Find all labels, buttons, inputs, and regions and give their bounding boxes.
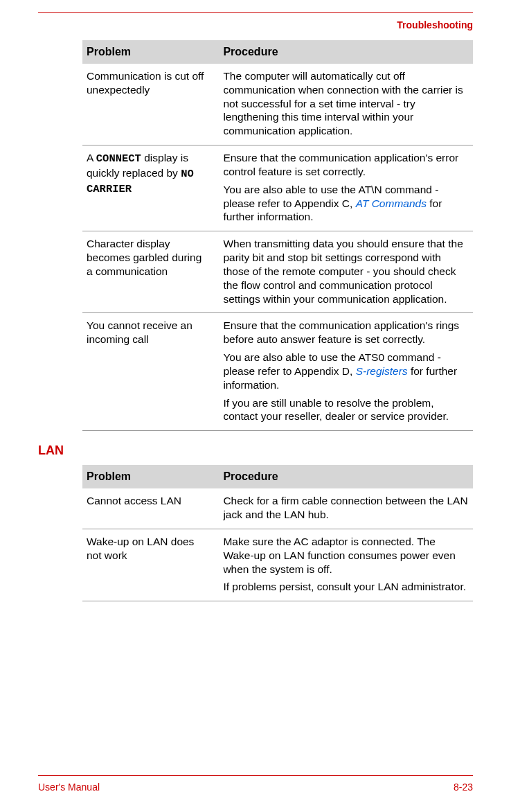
table1-head-procedure: Procedure <box>219 40 473 64</box>
table-row: Communication is cut off unexpectedlyThe… <box>82 64 473 145</box>
footer-right: 8-23 <box>454 782 473 793</box>
problem-cell: Communication is cut off unexpectedly <box>82 64 219 145</box>
procedure-cell: Ensure that the communication applicatio… <box>219 145 473 231</box>
procedure-paragraph: Ensure that the communication applicatio… <box>223 319 469 346</box>
procedure-cell: Ensure that the communication applicatio… <box>219 313 473 431</box>
text: Ensure that the communication applicatio… <box>223 152 458 177</box>
procedure-paragraph: You are also able to use the ATS0 comman… <box>223 351 469 391</box>
footer-rule <box>38 775 473 776</box>
text: Wake-up on LAN does not work <box>87 536 194 561</box>
procedure-paragraph: Ensure that the communication applicatio… <box>223 151 469 179</box>
text: Ensure that the communication applicatio… <box>223 319 459 345</box>
troubleshooting-table-1: Problem Procedure Communication is cut o… <box>82 40 473 431</box>
procedure-paragraph: If you are still unable to resolve the p… <box>223 396 469 424</box>
troubleshooting-table-2: Problem Procedure Cannot access LANCheck… <box>82 465 473 601</box>
text: When transmitting data you should ensure… <box>223 238 463 304</box>
procedure-paragraph: The computer will automatically cut off … <box>223 69 469 138</box>
table-row: Character display becomes garbled during… <box>82 231 473 313</box>
text: You cannot receive an incoming call <box>87 319 192 345</box>
text: The computer will automatically cut off … <box>223 70 463 136</box>
problem-cell: Character display becomes garbled during… <box>82 231 219 313</box>
cross-ref-link[interactable]: S-registers <box>356 365 408 377</box>
table-row: Wake-up on LAN does not workMake sure th… <box>82 529 473 601</box>
procedure-paragraph: You are also able to use the AT\N comman… <box>223 183 469 224</box>
table2-head-procedure: Procedure <box>219 465 473 488</box>
table1-head-problem: Problem <box>82 40 219 64</box>
text: Cannot access LAN <box>87 495 181 506</box>
text: Communication is cut off unexpectedly <box>87 70 204 96</box>
header-section: Troubleshooting <box>397 19 473 30</box>
footer-left: User's Manual <box>38 782 100 793</box>
table-row: A CONNECT display is quickly replaced by… <box>82 145 473 231</box>
text: Check for a firm cable connection betwee… <box>223 495 467 520</box>
procedure-paragraph: Check for a firm cable connection betwee… <box>223 494 469 522</box>
text: If you are still unable to resolve the p… <box>223 397 449 423</box>
problem-cell: Wake-up on LAN does not work <box>82 529 219 601</box>
table-row: Cannot access LANCheck for a firm cable … <box>82 488 473 529</box>
page-footer: User's Manual 8-23 <box>38 775 473 793</box>
procedure-paragraph: If problems persist, consult your LAN ad… <box>223 580 469 594</box>
text: A <box>87 152 96 164</box>
table2-head-problem: Problem <box>82 465 219 488</box>
text: If problems persist, consult your LAN ad… <box>223 581 466 592</box>
section-title-lan: LAN <box>38 443 473 458</box>
cross-ref-link[interactable]: AT Commands <box>356 197 427 209</box>
header-rule <box>38 12 473 13</box>
procedure-cell: Check for a firm cable connection betwee… <box>219 488 473 529</box>
table-row: You cannot receive an incoming callEnsur… <box>82 313 473 431</box>
text: Character display becomes garbled during… <box>87 238 201 277</box>
procedure-paragraph: When transmitting data you should ensure… <box>223 237 469 306</box>
procedure-cell: When transmitting data you should ensure… <box>219 231 473 313</box>
procedure-cell: Make sure the AC adaptor is connected. T… <box>219 529 473 601</box>
problem-cell: You cannot receive an incoming call <box>82 313 219 431</box>
problem-cell: Cannot access LAN <box>82 488 219 529</box>
procedure-paragraph: Make sure the AC adaptor is connected. T… <box>223 535 469 576</box>
problem-cell: A CONNECT display is quickly replaced by… <box>82 145 219 231</box>
procedure-cell: The computer will automatically cut off … <box>219 64 473 145</box>
mono-text: CONNECT <box>96 152 141 165</box>
text: Make sure the AC adaptor is connected. T… <box>223 536 455 575</box>
page-content: Problem Procedure Communication is cut o… <box>82 40 473 601</box>
